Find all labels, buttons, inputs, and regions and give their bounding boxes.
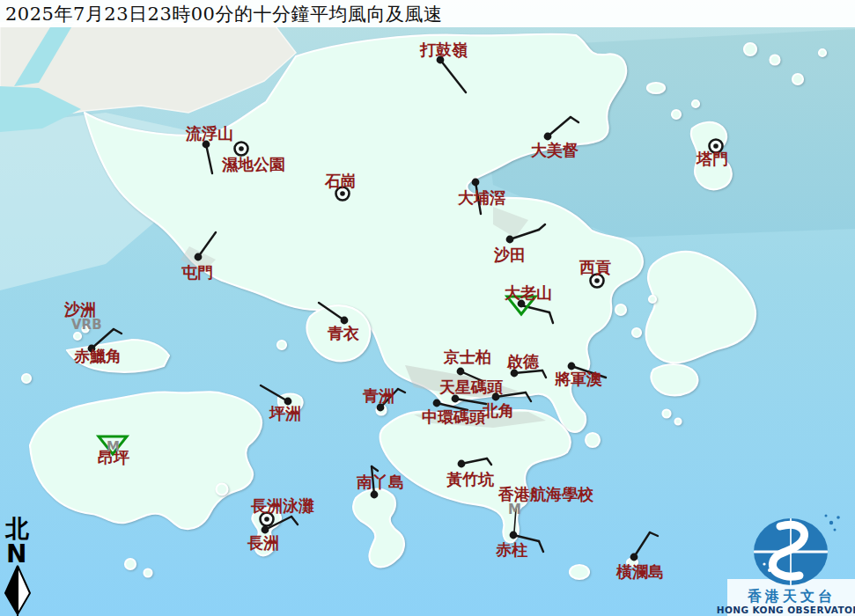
islet-mirs-bay-3 xyxy=(792,74,803,84)
station-dot xyxy=(195,253,203,261)
islet-west-lantau xyxy=(22,374,31,383)
station-label: 北角 xyxy=(482,401,514,420)
islet-mirs-bay-4 xyxy=(819,49,826,56)
station-label: 沙田 xyxy=(493,246,526,264)
station-label: 沙洲 xyxy=(63,300,96,319)
islet-ma-wan xyxy=(277,341,286,349)
hko-logo-dot-5 xyxy=(768,568,771,572)
station-dot xyxy=(433,400,441,407)
station-label: 大老山 xyxy=(504,283,552,302)
station-note: M xyxy=(508,502,521,517)
station-label: 長洲 xyxy=(247,533,279,552)
islet-mirs-bay-1 xyxy=(744,43,756,55)
hko-logo-dot-1 xyxy=(829,521,833,524)
station-dot xyxy=(472,179,480,187)
station-label: 西貢 xyxy=(579,258,611,276)
map-canvas: 打鼓嶺流浮山濕地公園石崗大美督塔門大埔滘沙田西貢大老山屯門沙洲VRB赤鱲角青衣坪… xyxy=(0,0,855,616)
calm-center-dot xyxy=(594,278,600,283)
station-dot xyxy=(492,393,500,401)
station-label: 坪洲 xyxy=(269,404,301,422)
calm-center-dot xyxy=(713,143,719,149)
station-label: 中環碼頭 xyxy=(422,407,485,426)
station-label: 啟德 xyxy=(506,352,540,370)
station-label: 黃竹坑 xyxy=(446,470,495,488)
islet-port-shelter-1 xyxy=(615,304,626,315)
station-dot xyxy=(544,133,552,141)
station-note: VRB xyxy=(71,317,102,333)
station-label: 屯門 xyxy=(181,263,213,282)
hko-logo-name-english: HONG KONG OBSERVATORY xyxy=(717,605,855,615)
islet-hei-ling-chau xyxy=(217,484,228,495)
north-label-letter: N xyxy=(6,539,26,568)
islet-sha-chau-1 xyxy=(74,333,81,340)
islet-ninepin-2 xyxy=(675,419,682,425)
title-bar: 2025年7月23日23時00分的十分鐘平均風向及風速 xyxy=(0,0,855,27)
station-dot xyxy=(371,491,379,499)
land-high-island xyxy=(651,364,697,395)
station-dot xyxy=(458,460,466,468)
wind-map-screen: 打鼓嶺流浮山濕地公園石崗大美督塔門大埔滘沙田西貢大老山屯門沙洲VRB赤鱲角青衣坪… xyxy=(0,0,855,616)
station-label: 青衣 xyxy=(327,324,359,342)
islet-double-haven-2 xyxy=(692,100,699,107)
station-label: 濕地公園 xyxy=(221,155,285,173)
station-label: 將軍澳 xyxy=(554,370,602,388)
hko-logo-dot-6 xyxy=(763,562,765,565)
station-dot xyxy=(510,532,518,539)
station-label: 赤柱 xyxy=(495,540,528,559)
islet-ninepin-1 xyxy=(663,410,671,418)
station-label: 大埔滘 xyxy=(457,188,505,207)
calm-center-dot xyxy=(239,146,244,151)
islet-port-shelter-2 xyxy=(632,328,641,337)
station-label: 流浮山 xyxy=(185,124,233,143)
station-note: M xyxy=(107,439,120,455)
station-label: 大美督 xyxy=(530,141,579,159)
station-dot xyxy=(506,236,514,244)
station-label: 赤鱲角 xyxy=(73,347,122,365)
station-label: 長洲泳灘 xyxy=(250,496,314,515)
north-label-chinese: 北 xyxy=(4,515,29,542)
station-label: 京士柏 xyxy=(443,348,491,366)
station-dot xyxy=(457,368,465,376)
islet-soko-1 xyxy=(125,559,136,569)
calm-center-dot xyxy=(340,191,345,196)
station-label: 橫瀾島 xyxy=(615,562,664,581)
station-label: 打鼓嶺 xyxy=(419,40,468,59)
islet-soko-2 xyxy=(144,569,152,577)
station-label: 青洲 xyxy=(362,386,394,405)
hko-logo-dot-4 xyxy=(825,515,828,517)
calm-center-dot xyxy=(264,517,269,522)
hko-logo-name-chinese: 香港天文台 xyxy=(747,588,836,605)
hko-logo-dot-3 xyxy=(834,529,837,532)
station-label: 香港航海學校 xyxy=(498,485,594,503)
islet-crooked xyxy=(647,83,665,93)
islet-mirs-bay-2 xyxy=(770,55,780,65)
hko-logo-dot-2 xyxy=(837,516,840,519)
station-label: 石崗 xyxy=(324,172,357,190)
station-dot xyxy=(630,554,638,561)
islet-tung-lung xyxy=(586,433,600,447)
station-label: 南丫島 xyxy=(356,473,404,491)
islet-double-haven-1 xyxy=(672,110,681,119)
map-title: 2025年7月23日23時00分的十分鐘平均風向及風速 xyxy=(5,2,442,26)
station-22: 昂坪M xyxy=(98,436,129,466)
islet-port-shelter-3 xyxy=(649,296,656,303)
station-label: 塔門 xyxy=(696,150,728,168)
station-label: 天星碼頭 xyxy=(439,378,503,396)
islet-po-toi xyxy=(570,565,589,579)
north-arrow: 北 N xyxy=(4,515,30,614)
